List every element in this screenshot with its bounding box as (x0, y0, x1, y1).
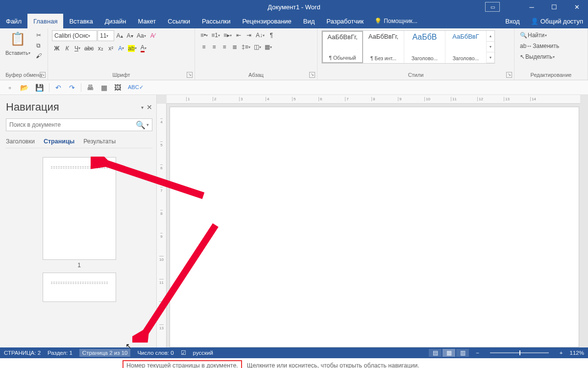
font-color-button[interactable]: A (139, 43, 148, 53)
tab-home[interactable]: Главная (27, 14, 63, 28)
view-web-layout[interactable]: ▥ (456, 349, 469, 357)
table-button[interactable]: ▦ (99, 83, 109, 92)
text-effects-button[interactable]: A (116, 44, 126, 53)
tab-view[interactable]: Вид (297, 14, 321, 28)
replace-button[interactable]: ab↔Заменить (518, 41, 561, 51)
zoom-slider[interactable] (490, 352, 549, 353)
status-proofing-icon[interactable]: ☑ (181, 349, 186, 356)
redo-button[interactable]: ↷ (67, 83, 77, 92)
new-doc-button[interactable]: ▫ (5, 83, 15, 92)
zoom-level[interactable]: 112% (570, 350, 584, 356)
align-center-button[interactable]: ≡ (209, 42, 219, 52)
nav-tab-headings[interactable]: Заголовки (6, 138, 35, 145)
highlight-button[interactable]: ab (126, 44, 138, 53)
grow-font-button[interactable]: A▴ (115, 31, 124, 41)
format-painter-button[interactable]: 🖌 (34, 51, 44, 61)
find-button[interactable]: 🔍Найти (518, 30, 548, 40)
tab-mailings[interactable]: Рассылки (196, 14, 236, 28)
increase-indent-button[interactable]: ⇥ (244, 30, 254, 40)
spellcheck-button[interactable]: ABC✓ (126, 83, 145, 92)
bullets-button[interactable]: ≡• (199, 30, 209, 40)
open-button[interactable]: 📂 (19, 83, 30, 92)
tab-review[interactable]: Рецензирование (236, 14, 297, 28)
styles-scroll[interactable]: ▴▾▾ (487, 31, 494, 63)
title-bar: Документ1 - Word ▭ ─ ☐ ✕ (0, 0, 588, 14)
paragraph-dialog-launch[interactable]: ↘ (309, 72, 315, 78)
paste-dropdown[interactable]: Вставить (4, 48, 32, 58)
font-size-select[interactable]: 11 (98, 30, 114, 41)
nav-search-input[interactable] (9, 121, 136, 128)
print-preview-button[interactable]: 🖶 (85, 83, 95, 92)
horizontal-ruler[interactable]: 1234567891011121314 (167, 95, 580, 104)
sign-in[interactable]: Вход (499, 14, 525, 28)
strikethrough-button[interactable]: abc (83, 44, 95, 53)
line-spacing-button[interactable]: ‡≡ (240, 42, 252, 52)
share-button[interactable]: 👤Общий доступ (526, 14, 588, 28)
font-name-select[interactable]: Calibri (Оснс (52, 30, 97, 41)
nav-tab-results[interactable]: Результаты (83, 138, 116, 145)
multilevel-list-button[interactable]: ≡▸ (222, 30, 233, 40)
save-button[interactable]: 💾 (34, 83, 45, 92)
maximize-button[interactable]: ☐ (543, 0, 565, 14)
page-thumbnail-2[interactable] (43, 273, 116, 302)
tab-design[interactable]: Дизайн (99, 14, 132, 28)
nav-options-dropdown[interactable]: ▾ (141, 105, 144, 110)
tab-layout[interactable]: Макет (132, 14, 162, 28)
clipboard-dialog-launch[interactable]: ↘ (40, 72, 46, 78)
status-page[interactable]: СТРАНИЦА: 2 (4, 350, 41, 356)
page-thumbnail-1[interactable]: 1 (43, 157, 116, 269)
font-dialog-launch[interactable]: ↘ (187, 72, 193, 78)
nav-tab-pages[interactable]: Страницы (44, 138, 74, 145)
superscript-button[interactable]: x² (106, 44, 116, 53)
status-word-count[interactable]: Число слов: 0 (137, 350, 173, 356)
status-section[interactable]: Раздел: 1 (48, 350, 73, 356)
copy-button[interactable]: ⧉ (34, 41, 44, 50)
style-heading2[interactable]: АаБбВвГ Заголово... (445, 31, 487, 63)
tab-file[interactable]: Файл (0, 14, 27, 28)
numbering-button[interactable]: ≡1 (210, 30, 221, 40)
style-heading1[interactable]: АаБбВ Заголово... (404, 31, 445, 63)
show-marks-button[interactable]: ¶ (267, 30, 276, 40)
cut-button[interactable]: ✂ (34, 30, 44, 40)
tell-me-search[interactable]: 💡Помощник... (369, 14, 422, 28)
ribbon-display-options[interactable]: ▭ (485, 2, 500, 12)
status-language[interactable]: русский (193, 350, 213, 356)
change-case-button[interactable]: Aa (135, 31, 147, 41)
styles-gallery[interactable]: АаБбВвГг, ¶ Обычный АаБбВвГг, ¶ Без инт.… (321, 30, 495, 64)
vertical-ruler[interactable]: 45678910111213 (157, 104, 167, 347)
shading-button[interactable]: ◫ (252, 42, 263, 52)
bold-button[interactable]: Ж (52, 44, 62, 53)
zoom-in-button[interactable]: + (560, 350, 563, 356)
zoom-out-button[interactable]: − (476, 350, 479, 356)
italic-button[interactable]: К (62, 44, 72, 53)
group-font: Calibri (Оснс 11 A▴ A▾ Aa A⁄ Ж К Ч abc x… (48, 28, 195, 80)
style-no-spacing[interactable]: АаБбВвГг, ¶ Без инт... (363, 31, 404, 63)
undo-button[interactable]: ↶ (53, 83, 63, 92)
styles-dialog-launch[interactable]: ↘ (506, 72, 512, 78)
align-left-button[interactable]: ≡ (199, 42, 209, 52)
borders-button[interactable]: ▦ (263, 42, 273, 52)
paste-button[interactable]: 📋 (8, 30, 27, 47)
view-print-layout[interactable]: ▦ (442, 349, 455, 357)
select-button[interactable]: ↖Выделить (518, 52, 556, 62)
align-right-button[interactable]: ≡ (220, 42, 229, 52)
clear-formatting-button[interactable]: A⁄ (148, 31, 158, 41)
tab-references[interactable]: Ссылки (162, 14, 196, 28)
picture-button[interactable]: 🖼 (113, 83, 122, 92)
tab-developer[interactable]: Разработчик (320, 14, 369, 28)
shrink-font-button[interactable]: A▾ (125, 31, 135, 41)
status-page-of[interactable]: Страница 2 из 10 (79, 349, 131, 357)
nav-search-box[interactable]: 🔍 ▾ (6, 118, 152, 131)
document-page[interactable] (170, 107, 579, 347)
nav-close-button[interactable]: ✕ (147, 103, 152, 111)
close-button[interactable]: ✕ (565, 0, 588, 14)
view-read-mode[interactable]: ▤ (429, 349, 441, 357)
justify-button[interactable]: ≣ (230, 42, 240, 52)
style-normal[interactable]: АаБбВвГг, ¶ Обычный (322, 31, 363, 63)
minimize-button[interactable]: ─ (520, 0, 543, 14)
subscript-button[interactable]: x₂ (96, 44, 105, 53)
sort-button[interactable]: A↓ (254, 30, 266, 40)
tab-insert[interactable]: Вставка (63, 14, 98, 28)
underline-button[interactable]: Ч (73, 44, 82, 53)
decrease-indent-button[interactable]: ⇤ (234, 30, 244, 40)
